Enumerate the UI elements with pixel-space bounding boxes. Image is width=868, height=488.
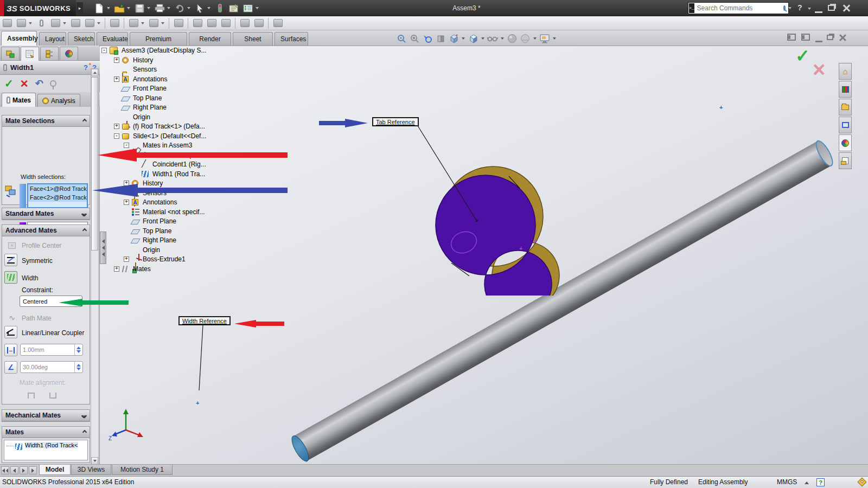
collapse-chevron-icon[interactable]: [82, 228, 87, 233]
tab-scroll-last-button[interactable]: [29, 466, 37, 474]
confirm-cancel-x-icon[interactable]: [813, 60, 825, 79]
tree-item-history[interactable]: History: [133, 56, 153, 65]
window-minimize-button[interactable]: [815, 7, 822, 13]
solidworks-resources-button[interactable]: [839, 63, 852, 80]
tree-expander[interactable]: -: [114, 133, 119, 139]
instant3d-button[interactable]: [271, 17, 285, 29]
mates-list-header[interactable]: Mates: [2, 427, 90, 438]
tree-item-front-plane[interactable]: Front Plane: [133, 84, 167, 93]
dropdown-caret-icon[interactable]: [481, 37, 484, 40]
pane-right-button[interactable]: [801, 34, 811, 42]
units-caret-icon[interactable]: [805, 481, 809, 484]
view-palette-button[interactable]: [839, 117, 852, 133]
tab-sheet-metal[interactable]: Sheet Metal: [233, 32, 273, 46]
previous-view-button[interactable]: [421, 32, 434, 45]
doc-minimize-button[interactable]: [815, 36, 822, 42]
angle-spinner[interactable]: [74, 362, 82, 373]
move-component-button[interactable]: [83, 17, 97, 29]
advanced-mates-header[interactable]: Advanced Mates: [2, 225, 90, 236]
tab-analysis[interactable]: Analysis: [37, 94, 80, 107]
mates-list-item[interactable]: Width1 (Rod Track<: [25, 442, 78, 448]
dropdown-caret-icon[interactable]: [501, 37, 504, 40]
tree-item-coincident1[interactable]: Coincident1 (Rig...: [152, 160, 206, 169]
design-library-button[interactable]: [839, 81, 852, 98]
tab-surfaces[interactable]: Surfaces: [275, 32, 308, 46]
tree-item-sensors[interactable]: Sensors: [133, 65, 157, 74]
view-orientation-button[interactable]: [447, 32, 460, 45]
scroll-down-button[interactable]: [91, 457, 98, 465]
distance-input[interactable]: [21, 346, 74, 353]
window-restore-button[interactable]: [828, 5, 835, 11]
new-document-button[interactable]: [92, 2, 106, 15]
doc-close-button[interactable]: [839, 34, 846, 41]
tab-3d-views[interactable]: 3D Views: [71, 465, 111, 475]
tab-mates[interactable]: Mates: [2, 93, 36, 107]
tree-item-right-plane[interactable]: Right Plane: [133, 103, 167, 112]
profile-center-button[interactable]: [5, 239, 18, 252]
constraint-dropdown[interactable]: Centered: [20, 296, 82, 307]
list-item[interactable]: Face<1>@Rod Track: [28, 184, 87, 193]
spin-down-icon[interactable]: [76, 368, 81, 370]
dropdown-caret-icon[interactable]: [97, 22, 100, 24]
bill-of-materials-button[interactable]: [191, 17, 205, 29]
component-pattern-button[interactable]: [49, 17, 62, 29]
width-label[interactable]: Width: [22, 274, 39, 282]
tree-item-right-plane2[interactable]: Right Plane: [143, 236, 176, 245]
quick-tips-icon[interactable]: [816, 478, 825, 486]
tree-item-mates[interactable]: Mates: [133, 265, 151, 273]
dropdown-caret-icon[interactable]: [187, 7, 190, 9]
spin-up-icon[interactable]: [76, 364, 81, 367]
tree-expander[interactable]: +: [114, 57, 119, 63]
tree-item-sensors2[interactable]: Sensors: [143, 189, 167, 197]
options-button[interactable]: [241, 2, 255, 15]
edit-appearance-button[interactable]: [506, 32, 519, 45]
tab-model[interactable]: Model: [39, 465, 71, 475]
scroll-up-button[interactable]: [91, 69, 98, 76]
tab-premium-products[interactable]: Premium Products: [130, 32, 187, 46]
undo-button[interactable]: [173, 2, 187, 15]
tree-item-material[interactable]: Material <not specif...: [143, 208, 205, 216]
tree-item-annotations2[interactable]: Annotations: [143, 198, 177, 207]
collapse-chevron-icon[interactable]: [82, 119, 87, 123]
tree-item-width1[interactable]: Width1 (Rod Tra...: [152, 170, 205, 178]
slide-part[interactable]: [418, 160, 564, 296]
save-button[interactable]: [132, 2, 146, 15]
list-item[interactable]: Face<2>@Rod Track: [28, 193, 87, 202]
tab-scroll-first-button[interactable]: [1, 466, 9, 474]
exploded-view-button[interactable]: [205, 17, 219, 29]
dropdown-caret-icon[interactable]: [29, 22, 32, 24]
tree-expander[interactable]: +: [124, 200, 129, 205]
custom-properties-button[interactable]: [839, 152, 852, 169]
pane-left-button[interactable]: [787, 34, 797, 42]
path-mate-button[interactable]: [5, 311, 18, 324]
search-caret-icon[interactable]: [788, 7, 792, 9]
tab-scroll-next-button[interactable]: [20, 466, 28, 474]
mate-button[interactable]: [35, 17, 48, 29]
dropdown-caret-icon[interactable]: [167, 7, 170, 9]
symmetric-label[interactable]: Symmetric: [22, 257, 53, 265]
hide-show-items-button[interactable]: [486, 32, 499, 45]
standard-mates-header[interactable]: Standard Mates: [2, 208, 90, 220]
section-view-button[interactable]: [434, 32, 447, 45]
ok-button[interactable]: [4, 77, 14, 90]
search-type-icon[interactable]: [689, 3, 694, 13]
distance-field[interactable]: [20, 344, 83, 356]
file-explorer-button[interactable]: [839, 99, 852, 115]
dropdown-caret-icon[interactable]: [256, 7, 259, 9]
dropdown-caret-icon[interactable]: [107, 7, 110, 9]
tree-item-mates-in-assem3[interactable]: Mates in Assem3: [143, 141, 192, 150]
help-caret-icon[interactable]: [808, 8, 811, 10]
dropdown-caret-icon[interactable]: [75, 300, 79, 303]
distance-mode-button[interactable]: [4, 344, 17, 356]
aligned-button[interactable]: [25, 389, 37, 401]
zoom-to-fit-button[interactable]: [395, 32, 408, 45]
panel-scrollbar[interactable]: [91, 68, 99, 465]
angle-mode-button[interactable]: [4, 361, 17, 374]
tags-icon[interactable]: [858, 478, 867, 487]
mate-selections-header[interactable]: Mate Selections: [2, 115, 90, 127]
display-manager-tab[interactable]: [60, 47, 78, 60]
tab-layout[interactable]: Layout: [39, 32, 66, 46]
dropdown-caret-icon[interactable]: [462, 37, 465, 40]
tab-evaluate[interactable]: Evaluate: [97, 32, 128, 46]
zoom-to-area-button[interactable]: [408, 32, 421, 45]
